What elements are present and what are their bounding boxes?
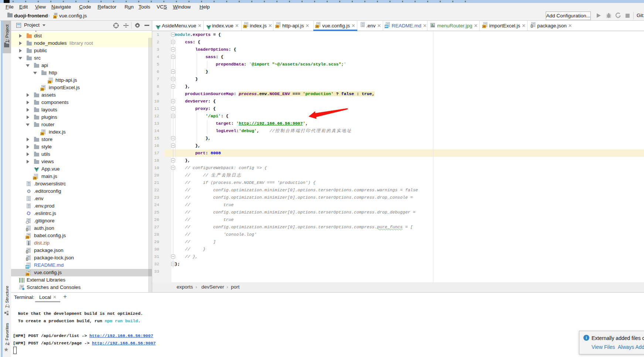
svg-text:JS: JS bbox=[53, 16, 57, 18]
